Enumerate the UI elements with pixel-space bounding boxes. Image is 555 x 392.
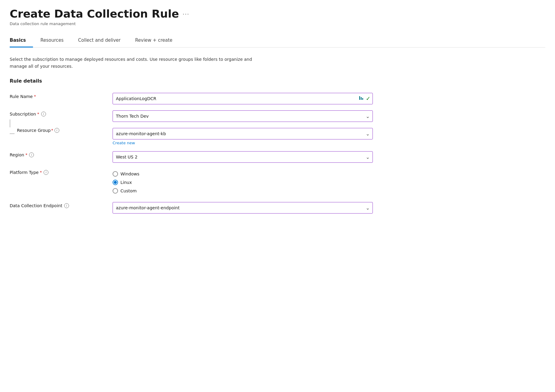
- svg-rect-2: [362, 98, 363, 100]
- ellipsis-menu-button[interactable]: ···: [182, 10, 189, 17]
- rule-name-label: Rule Name *: [10, 90, 113, 107]
- platform-type-label: Platform Type * i: [10, 166, 113, 199]
- resource-group-select-wrapper: azure-monitor-agent-kb ⌄: [113, 128, 373, 139]
- region-control: West US 2 ⌄: [113, 148, 373, 166]
- region-select-wrapper: West US 2 ⌄: [113, 151, 373, 163]
- platform-linux-option[interactable]: Linux: [113, 180, 373, 185]
- platform-windows-radio[interactable]: [113, 171, 118, 177]
- platform-custom-option[interactable]: Custom: [113, 188, 373, 194]
- region-label: Region * i: [10, 148, 113, 166]
- subscription-info-icon[interactable]: i: [41, 112, 46, 116]
- platform-type-info-icon[interactable]: i: [44, 170, 48, 175]
- dce-info-icon[interactable]: i: [64, 203, 69, 208]
- svg-rect-1: [361, 97, 362, 100]
- subscription-select[interactable]: Thorn Tech Dev: [113, 110, 373, 122]
- platform-type-required: *: [40, 170, 42, 175]
- validation-check-icon: ✓: [366, 95, 370, 102]
- page-description: Select the subscription to manage deploy…: [10, 56, 258, 70]
- subscription-select-wrapper: Thorn Tech Dev ⌄: [113, 110, 373, 122]
- tabs-nav: Basics Resources Collect and deliver Rev…: [10, 34, 545, 47]
- rule-name-input[interactable]: [113, 93, 373, 104]
- resource-group-control: azure-monitor-agent-kb ⌄ Create new: [113, 125, 373, 148]
- tab-basics[interactable]: Basics: [10, 34, 33, 47]
- platform-type-radio-group: Windows Linux Custom: [113, 169, 373, 196]
- dce-select-wrapper: azure-monitor-agent-endpoint ⌄: [113, 202, 373, 214]
- dce-control: azure-monitor-agent-endpoint ⌄: [113, 199, 373, 217]
- tab-review-create[interactable]: Review + create: [128, 34, 180, 47]
- tab-collect-deliver[interactable]: Collect and deliver: [71, 34, 128, 47]
- resource-group-label-cell: Resource Group * i: [10, 125, 113, 148]
- resource-group-required: *: [51, 128, 53, 132]
- platform-type-control: Windows Linux Custom: [113, 166, 373, 199]
- region-select[interactable]: West US 2: [113, 151, 373, 163]
- platform-windows-option[interactable]: Windows: [113, 171, 373, 177]
- dce-label: Data Collection Endpoint i: [10, 199, 113, 217]
- subscription-required: *: [37, 112, 39, 116]
- page-subtitle: Data collection rule management: [10, 21, 545, 26]
- subscription-label: Subscription * i: [10, 107, 113, 125]
- rule-name-input-wrapper: ✓: [113, 93, 373, 104]
- resource-group-info-icon[interactable]: i: [54, 128, 59, 133]
- rule-name-required: *: [34, 94, 36, 99]
- resource-group-select[interactable]: azure-monitor-agent-kb: [113, 128, 373, 139]
- tab-resources[interactable]: Resources: [33, 34, 71, 47]
- platform-custom-radio[interactable]: [113, 188, 118, 194]
- rule-name-control: ✓: [113, 90, 373, 107]
- section-title: Rule details: [10, 78, 545, 84]
- dce-select[interactable]: azure-monitor-agent-endpoint: [113, 202, 373, 214]
- subscription-control: Thorn Tech Dev ⌄: [113, 107, 373, 125]
- region-required: *: [25, 152, 28, 157]
- create-new-resource-group-link[interactable]: Create new: [113, 141, 373, 145]
- svg-rect-0: [359, 96, 360, 100]
- page-title: Create Data Collection Rule: [10, 7, 179, 20]
- rule-details-form: Rule Name * ✓ Subscription * i: [10, 90, 373, 217]
- validation-bars-icon: [359, 95, 364, 102]
- region-info-icon[interactable]: i: [29, 152, 34, 157]
- platform-linux-radio[interactable]: [113, 180, 118, 185]
